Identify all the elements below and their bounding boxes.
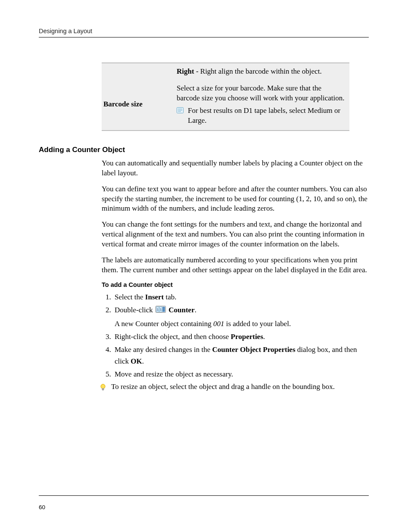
counter-icon: 11 (156, 305, 166, 316)
header-rule (39, 37, 369, 37)
paragraph: You can automatically and sequentially n… (102, 159, 369, 178)
barcode-size-desc: Select a size for your barcode. Make sur… (177, 84, 345, 103)
paragraph: You can change the font settings for the… (102, 220, 369, 249)
steps-list: Select the Insert tab. Double-click 11 C… (102, 292, 369, 380)
table-row: Barcode size Select a size for your barc… (102, 79, 349, 131)
align-right-desc: - Right align the barcode within the obj… (194, 67, 322, 75)
svg-rect-11 (102, 389, 104, 390)
list-item: Double-click 11 Counter. A new Counter o… (113, 305, 369, 330)
running-head: Designing a Layout (39, 28, 369, 34)
align-right-label: Right (177, 67, 194, 75)
lightbulb-icon (100, 384, 106, 391)
barcode-size-label: Barcode size (102, 79, 177, 131)
body-column: You can automatically and sequentially n… (102, 159, 369, 392)
properties-table: Right - Right align the barcode within t… (102, 62, 349, 131)
svg-text:1: 1 (160, 308, 162, 311)
page: Designing a Layout Right - Right align t… (0, 0, 411, 532)
table-row: Right - Right align the barcode within t… (102, 63, 349, 79)
tip-text: To resize an object, select the object a… (111, 383, 335, 391)
footer-rule (39, 495, 369, 496)
note-icon (177, 107, 184, 113)
section-heading: Adding a Counter Object (39, 146, 369, 154)
list-item: Select the Insert tab. (113, 292, 369, 303)
barcode-size-note: For best results on D1 tape labels, sele… (188, 106, 345, 126)
tip-row: To resize an object, select the object a… (100, 383, 369, 391)
page-number: 60 (39, 504, 45, 510)
svg-rect-9 (162, 307, 165, 312)
procedure-title: To add a Counter object (102, 281, 369, 288)
svg-text:1: 1 (157, 308, 159, 311)
paragraph: The labels are automatically numbered ac… (102, 255, 369, 275)
list-item: Right-click the object, and then choose … (113, 331, 369, 342)
svg-point-10 (101, 384, 105, 389)
list-item: Make any desired changes in the Counter … (113, 344, 369, 367)
paragraph: You can define text you want to appear b… (102, 184, 369, 214)
list-item: Move and resize the object as necessary. (113, 369, 369, 380)
